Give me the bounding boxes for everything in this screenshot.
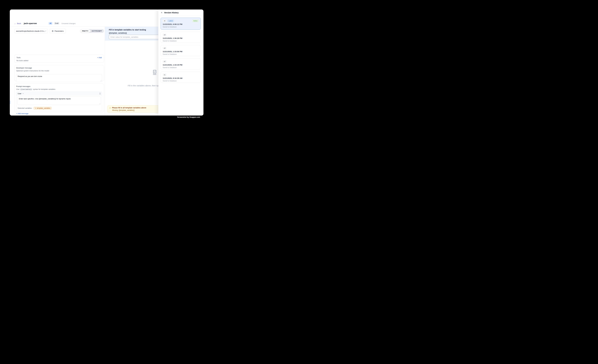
- variable-syntax-chip: {{variable}}: [20, 88, 33, 90]
- detected-variables-label: Detected variables:: [18, 107, 32, 109]
- prompt-messages-subtitle: Use {{variable}} syntax for template var…: [16, 88, 102, 90]
- version-saved-note: Saved to Database: [163, 26, 199, 28]
- editor-column: aws/anthropic/bedrock-claude-3-5-s... ⚙ …: [10, 27, 105, 116]
- version-card-v5[interactable]: v5 Latest Active 11/22/2025, 6:08:12 PM …: [161, 18, 201, 30]
- tools-empty-text: No tools added: [17, 59, 102, 62]
- unsaved-changes-note: Unsaved changes: [61, 22, 75, 25]
- developer-message-textarea[interactable]: [16, 74, 102, 82]
- version-date: 11/21/2025, 9:16:39 AM: [163, 77, 199, 79]
- version-card-v3[interactable]: v3 11/21/2025, 1:33:56 PM Saved to Datab…: [161, 45, 201, 56]
- back-label: Back: [17, 22, 21, 25]
- empty-state-text: Fill in the variables above, then typ: [128, 84, 159, 87]
- developer-message-card: Developer message Optional system instru…: [14, 65, 104, 81]
- version-saved-note: Saved to Database: [163, 80, 199, 82]
- xnapper-watermark: Screenshot by Xnapper.com: [177, 116, 200, 118]
- detected-variable-name: template_variables: [37, 107, 50, 109]
- warning-icon: ⚠: [109, 107, 111, 109]
- add-message-button[interactable]: + Add message: [16, 113, 28, 115]
- version-history-panel: ✕ Version History v5 Latest Active 11/22…: [158, 9, 203, 116]
- role-select-value: User: [18, 92, 21, 95]
- parameters-label: Parameters: [55, 30, 64, 32]
- bot-face-icon: [152, 70, 157, 75]
- version-number-badge: v2: [163, 60, 166, 63]
- format-toggle: PRETTY DOTPROMPT: [80, 29, 104, 33]
- message-body: [16, 95, 102, 106]
- back-arrow-icon: ←: [14, 22, 16, 25]
- warning-title: Please fill in all template variables ab…: [112, 107, 146, 109]
- editor-toolbar: aws/anthropic/bedrock-claude-3-5-s... ⚙ …: [14, 29, 104, 33]
- app-window: ← Back jack-sparrow v5 Draft Unsaved cha…: [10, 9, 203, 116]
- version-saved-note: Saved to Database: [163, 40, 199, 42]
- resize-grip-icon[interactable]: [99, 103, 100, 104]
- developer-message-label: Developer message: [16, 67, 102, 69]
- gear-icon: ⚙: [52, 30, 54, 32]
- message-textarea[interactable]: [17, 97, 101, 105]
- version-badge: v5: [49, 22, 52, 25]
- model-select[interactable]: aws/anthropic/bedrock-claude-3-5-s...: [14, 29, 48, 33]
- draft-status-badge: Draft: [54, 22, 59, 25]
- version-saved-note: Saved to Database: [163, 53, 199, 55]
- version-card-v4[interactable]: v4 11/21/2025, 1:36:28 PM Saved to Datab…: [161, 32, 201, 43]
- add-tool-button[interactable]: + Add: [97, 57, 102, 58]
- main-header: ← Back jack-sparrow v5 Draft Unsaved cha…: [10, 9, 158, 27]
- edge-accent-tab[interactable]: [10, 100, 10, 104]
- active-badge: Active: [192, 20, 199, 22]
- message-field: [17, 97, 101, 105]
- model-select-value: aws/anthropic/bedrock-claude-3-5-s...: [16, 30, 45, 32]
- screenshot-stage: ← Back jack-sparrow v5 Draft Unsaved cha…: [0, 0, 209, 127]
- version-history-header: ✕ Version History: [158, 9, 203, 16]
- developer-message-field: [16, 74, 102, 82]
- role-select[interactable]: User: [18, 92, 24, 95]
- subtitle-prefix: Use: [16, 88, 19, 90]
- close-icon[interactable]: ✕: [161, 11, 163, 14]
- version-number-badge: v3: [163, 47, 166, 49]
- version-number-badge: v4: [163, 33, 166, 36]
- resize-grip-icon[interactable]: [100, 80, 101, 82]
- page-title: jack-sparrow: [24, 22, 37, 25]
- version-number-badge: v5: [163, 20, 166, 22]
- version-card-v1[interactable]: v1 11/21/2025, 9:16:39 AM Saved to Datab…: [161, 72, 201, 83]
- tools-label: Tools: [17, 57, 21, 58]
- prompt-messages-label: Prompt messages: [16, 85, 102, 87]
- version-history-title: Version History: [164, 12, 179, 14]
- chevron-down-icon: [22, 93, 24, 94]
- version-card-v2[interactable]: v2 11/21/2025, 1:33:19 PM Saved to Datab…: [161, 58, 201, 69]
- subtitle-suffix: syntax for template variables: [33, 88, 55, 90]
- detected-variables-row: Detected variables: ✎ template_variables: [16, 106, 102, 111]
- back-button[interactable]: ← Back: [14, 22, 21, 25]
- version-number-badge: v1: [163, 74, 166, 76]
- tools-card: Tools + Add No tools added: [14, 55, 104, 63]
- drag-handle-icon[interactable]: [100, 93, 100, 94]
- version-date: 11/22/2025, 6:08:12 PM: [163, 23, 199, 25]
- version-date: 11/21/2025, 1:33:56 PM: [163, 50, 199, 53]
- chevron-down-icon: [45, 31, 46, 31]
- message-header: User: [16, 92, 102, 95]
- pencil-icon: ✎: [35, 107, 36, 109]
- detected-variable-chip[interactable]: ✎ template_variables: [33, 107, 52, 109]
- latest-badge: Latest: [167, 20, 174, 22]
- version-date: 11/21/2025, 1:36:28 PM: [163, 37, 199, 39]
- version-date: 11/21/2025, 1:33:19 PM: [163, 64, 199, 66]
- toggle-pretty[interactable]: PRETTY: [80, 29, 90, 33]
- message-block: User Detected variables:: [16, 92, 102, 111]
- developer-message-subtitle: Optional system instructions for the mod…: [16, 70, 102, 72]
- parameters-button[interactable]: ⚙ Parameters: [50, 29, 66, 33]
- toggle-dotprompt[interactable]: DOTPROMPT: [90, 29, 104, 33]
- version-saved-note: Saved to Database: [163, 66, 199, 68]
- prompt-messages-card: Prompt messages Use {{variable}} syntax …: [14, 83, 104, 112]
